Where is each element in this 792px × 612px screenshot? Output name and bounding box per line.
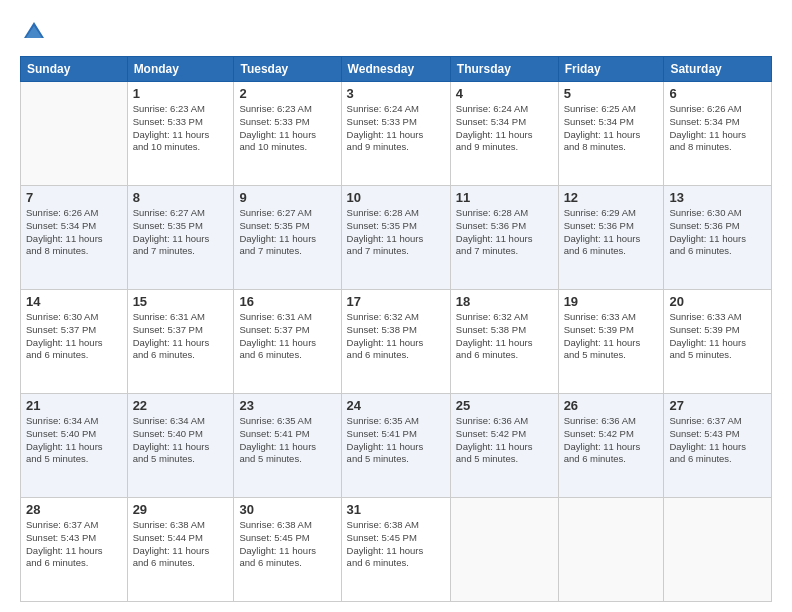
- day-number: 5: [564, 86, 659, 101]
- calendar-cell: 3Sunrise: 6:24 AM Sunset: 5:33 PM Daylig…: [341, 82, 450, 186]
- calendar-cell: 5Sunrise: 6:25 AM Sunset: 5:34 PM Daylig…: [558, 82, 664, 186]
- calendar-table: SundayMondayTuesdayWednesdayThursdayFrid…: [20, 56, 772, 602]
- col-header-saturday: Saturday: [664, 57, 772, 82]
- day-number: 24: [347, 398, 445, 413]
- day-number: 12: [564, 190, 659, 205]
- calendar-cell: 19Sunrise: 6:33 AM Sunset: 5:39 PM Dayli…: [558, 290, 664, 394]
- day-info: Sunrise: 6:29 AM Sunset: 5:36 PM Dayligh…: [564, 207, 659, 258]
- calendar-cell: 14Sunrise: 6:30 AM Sunset: 5:37 PM Dayli…: [21, 290, 128, 394]
- day-info: Sunrise: 6:30 AM Sunset: 5:36 PM Dayligh…: [669, 207, 766, 258]
- col-header-monday: Monday: [127, 57, 234, 82]
- calendar-cell: 8Sunrise: 6:27 AM Sunset: 5:35 PM Daylig…: [127, 186, 234, 290]
- day-info: Sunrise: 6:24 AM Sunset: 5:33 PM Dayligh…: [347, 103, 445, 154]
- day-number: 2: [239, 86, 335, 101]
- day-info: Sunrise: 6:34 AM Sunset: 5:40 PM Dayligh…: [133, 415, 229, 466]
- day-info: Sunrise: 6:37 AM Sunset: 5:43 PM Dayligh…: [26, 519, 122, 570]
- calendar-cell: [450, 498, 558, 602]
- calendar-cell: 31Sunrise: 6:38 AM Sunset: 5:45 PM Dayli…: [341, 498, 450, 602]
- day-info: Sunrise: 6:27 AM Sunset: 5:35 PM Dayligh…: [239, 207, 335, 258]
- calendar-cell: 1Sunrise: 6:23 AM Sunset: 5:33 PM Daylig…: [127, 82, 234, 186]
- day-number: 13: [669, 190, 766, 205]
- calendar-cell: 28Sunrise: 6:37 AM Sunset: 5:43 PM Dayli…: [21, 498, 128, 602]
- day-number: 31: [347, 502, 445, 517]
- calendar-cell: 20Sunrise: 6:33 AM Sunset: 5:39 PM Dayli…: [664, 290, 772, 394]
- week-row-3: 14Sunrise: 6:30 AM Sunset: 5:37 PM Dayli…: [21, 290, 772, 394]
- calendar-page: SundayMondayTuesdayWednesdayThursdayFrid…: [0, 0, 792, 612]
- day-info: Sunrise: 6:26 AM Sunset: 5:34 PM Dayligh…: [26, 207, 122, 258]
- calendar-cell: [664, 498, 772, 602]
- day-number: 26: [564, 398, 659, 413]
- calendar-cell: 25Sunrise: 6:36 AM Sunset: 5:42 PM Dayli…: [450, 394, 558, 498]
- calendar-cell: 2Sunrise: 6:23 AM Sunset: 5:33 PM Daylig…: [234, 82, 341, 186]
- day-number: 25: [456, 398, 553, 413]
- day-info: Sunrise: 6:23 AM Sunset: 5:33 PM Dayligh…: [133, 103, 229, 154]
- week-row-5: 28Sunrise: 6:37 AM Sunset: 5:43 PM Dayli…: [21, 498, 772, 602]
- calendar-cell: 16Sunrise: 6:31 AM Sunset: 5:37 PM Dayli…: [234, 290, 341, 394]
- day-info: Sunrise: 6:35 AM Sunset: 5:41 PM Dayligh…: [239, 415, 335, 466]
- calendar-cell: 6Sunrise: 6:26 AM Sunset: 5:34 PM Daylig…: [664, 82, 772, 186]
- day-number: 8: [133, 190, 229, 205]
- calendar-cell: 21Sunrise: 6:34 AM Sunset: 5:40 PM Dayli…: [21, 394, 128, 498]
- day-number: 1: [133, 86, 229, 101]
- day-number: 28: [26, 502, 122, 517]
- day-info: Sunrise: 6:31 AM Sunset: 5:37 PM Dayligh…: [239, 311, 335, 362]
- day-info: Sunrise: 6:33 AM Sunset: 5:39 PM Dayligh…: [564, 311, 659, 362]
- week-row-2: 7Sunrise: 6:26 AM Sunset: 5:34 PM Daylig…: [21, 186, 772, 290]
- day-info: Sunrise: 6:38 AM Sunset: 5:45 PM Dayligh…: [347, 519, 445, 570]
- day-number: 10: [347, 190, 445, 205]
- calendar-cell: 4Sunrise: 6:24 AM Sunset: 5:34 PM Daylig…: [450, 82, 558, 186]
- day-info: Sunrise: 6:23 AM Sunset: 5:33 PM Dayligh…: [239, 103, 335, 154]
- calendar-cell: [21, 82, 128, 186]
- calendar-cell: 23Sunrise: 6:35 AM Sunset: 5:41 PM Dayli…: [234, 394, 341, 498]
- calendar-cell: 30Sunrise: 6:38 AM Sunset: 5:45 PM Dayli…: [234, 498, 341, 602]
- calendar-cell: 9Sunrise: 6:27 AM Sunset: 5:35 PM Daylig…: [234, 186, 341, 290]
- header: [20, 18, 772, 46]
- day-number: 23: [239, 398, 335, 413]
- day-number: 19: [564, 294, 659, 309]
- day-number: 3: [347, 86, 445, 101]
- day-number: 27: [669, 398, 766, 413]
- day-info: Sunrise: 6:38 AM Sunset: 5:44 PM Dayligh…: [133, 519, 229, 570]
- calendar-cell: 15Sunrise: 6:31 AM Sunset: 5:37 PM Dayli…: [127, 290, 234, 394]
- logo: [20, 18, 52, 46]
- col-header-sunday: Sunday: [21, 57, 128, 82]
- header-row: SundayMondayTuesdayWednesdayThursdayFrid…: [21, 57, 772, 82]
- calendar-cell: 22Sunrise: 6:34 AM Sunset: 5:40 PM Dayli…: [127, 394, 234, 498]
- calendar-cell: 17Sunrise: 6:32 AM Sunset: 5:38 PM Dayli…: [341, 290, 450, 394]
- day-info: Sunrise: 6:35 AM Sunset: 5:41 PM Dayligh…: [347, 415, 445, 466]
- day-number: 11: [456, 190, 553, 205]
- day-number: 6: [669, 86, 766, 101]
- calendar-cell: 27Sunrise: 6:37 AM Sunset: 5:43 PM Dayli…: [664, 394, 772, 498]
- calendar-cell: 11Sunrise: 6:28 AM Sunset: 5:36 PM Dayli…: [450, 186, 558, 290]
- day-number: 16: [239, 294, 335, 309]
- day-number: 7: [26, 190, 122, 205]
- day-info: Sunrise: 6:36 AM Sunset: 5:42 PM Dayligh…: [456, 415, 553, 466]
- day-info: Sunrise: 6:24 AM Sunset: 5:34 PM Dayligh…: [456, 103, 553, 154]
- day-number: 14: [26, 294, 122, 309]
- day-info: Sunrise: 6:26 AM Sunset: 5:34 PM Dayligh…: [669, 103, 766, 154]
- day-info: Sunrise: 6:25 AM Sunset: 5:34 PM Dayligh…: [564, 103, 659, 154]
- calendar-cell: [558, 498, 664, 602]
- week-row-1: 1Sunrise: 6:23 AM Sunset: 5:33 PM Daylig…: [21, 82, 772, 186]
- calendar-cell: 13Sunrise: 6:30 AM Sunset: 5:36 PM Dayli…: [664, 186, 772, 290]
- day-info: Sunrise: 6:34 AM Sunset: 5:40 PM Dayligh…: [26, 415, 122, 466]
- day-info: Sunrise: 6:33 AM Sunset: 5:39 PM Dayligh…: [669, 311, 766, 362]
- col-header-friday: Friday: [558, 57, 664, 82]
- calendar-cell: 10Sunrise: 6:28 AM Sunset: 5:35 PM Dayli…: [341, 186, 450, 290]
- day-number: 4: [456, 86, 553, 101]
- day-number: 17: [347, 294, 445, 309]
- calendar-cell: 7Sunrise: 6:26 AM Sunset: 5:34 PM Daylig…: [21, 186, 128, 290]
- day-number: 15: [133, 294, 229, 309]
- day-number: 21: [26, 398, 122, 413]
- col-header-thursday: Thursday: [450, 57, 558, 82]
- day-number: 29: [133, 502, 229, 517]
- calendar-cell: 26Sunrise: 6:36 AM Sunset: 5:42 PM Dayli…: [558, 394, 664, 498]
- calendar-cell: 18Sunrise: 6:32 AM Sunset: 5:38 PM Dayli…: [450, 290, 558, 394]
- day-info: Sunrise: 6:28 AM Sunset: 5:35 PM Dayligh…: [347, 207, 445, 258]
- day-info: Sunrise: 6:31 AM Sunset: 5:37 PM Dayligh…: [133, 311, 229, 362]
- day-info: Sunrise: 6:32 AM Sunset: 5:38 PM Dayligh…: [456, 311, 553, 362]
- day-info: Sunrise: 6:27 AM Sunset: 5:35 PM Dayligh…: [133, 207, 229, 258]
- calendar-cell: 12Sunrise: 6:29 AM Sunset: 5:36 PM Dayli…: [558, 186, 664, 290]
- day-info: Sunrise: 6:28 AM Sunset: 5:36 PM Dayligh…: [456, 207, 553, 258]
- day-info: Sunrise: 6:38 AM Sunset: 5:45 PM Dayligh…: [239, 519, 335, 570]
